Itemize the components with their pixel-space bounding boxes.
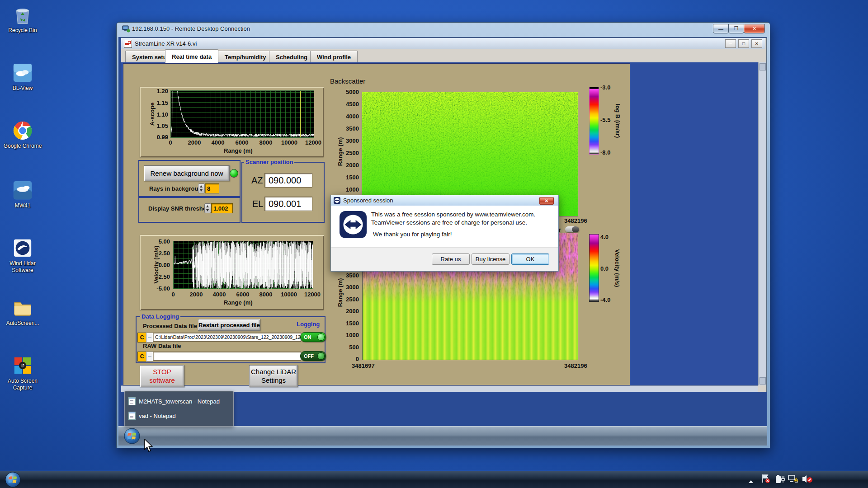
ascope-xlabel: Range (m) <box>224 147 253 154</box>
vm-ytick: 1500 <box>338 320 359 327</box>
ascope-ylabel: A-scope <box>149 98 156 131</box>
vm-ytick: 0 <box>338 356 359 362</box>
desktop-icon-recycle-bin[interactable]: Recycle Bin <box>2 5 43 34</box>
el-label: EL <box>252 199 263 209</box>
vm-ylabel: Range (m) <box>337 275 344 311</box>
raw-logging-toggle[interactable]: OFF <box>300 351 326 361</box>
bs-cbar-tick: -5.5 <box>600 117 610 123</box>
ascope-xtick: 4000 <box>208 139 228 146</box>
rays-value-field[interactable]: 8 <box>205 183 219 193</box>
bs-ytick: 1500 <box>335 174 359 181</box>
bs-ylabel: Range (m) <box>337 134 344 170</box>
processed-browse-button[interactable]: ᠁ <box>146 333 153 343</box>
raw-browse-button[interactable]: ᠁ <box>146 352 153 361</box>
velplot-xtick: 8000 <box>256 291 276 298</box>
dialog-close-button[interactable]: ✕ <box>539 197 554 205</box>
snr-value-field[interactable]: 1.002 <box>211 203 233 213</box>
ascope-plot <box>170 90 314 138</box>
dialog-text-line1: This was a free session sponsored by www… <box>371 211 535 218</box>
restart-processed-file-button[interactable]: Restart processed file <box>198 319 260 331</box>
renew-led-indicator <box>230 169 238 178</box>
ok-button[interactable]: OK <box>511 253 549 265</box>
bl-view-icon <box>12 62 33 83</box>
processed-path-field[interactable]: C:\Lidar\Data\Proc\2023\202309\20230909\… <box>153 333 301 342</box>
host-start-button[interactable] <box>5 471 21 488</box>
rdp-close-button[interactable]: ✕ <box>744 24 765 33</box>
host-tray-network-icon[interactable] <box>788 474 799 486</box>
host-tray-chevron[interactable] <box>748 477 754 485</box>
remote-start-button[interactable] <box>123 427 141 445</box>
ascope-xtick: 8000 <box>256 139 276 146</box>
dialog-title: Sponsored session <box>343 197 393 204</box>
host-tray-volume-muted-icon[interactable] <box>802 474 813 486</box>
ascope-xtick: 6000 <box>232 139 252 146</box>
desktop-icon-mw41[interactable]: MW41 <box>2 180 43 209</box>
vm-cbar-label: Velocity (m/s) <box>614 244 621 293</box>
az-label: AZ <box>251 175 263 186</box>
desktop-icon-google-chrome[interactable]: Google Chrome <box>2 120 43 150</box>
folder-icon <box>12 297 33 318</box>
host-tray-flag-icon[interactable] <box>761 474 770 486</box>
mouse-cursor <box>144 439 154 453</box>
host-tray-battery-icon[interactable] <box>774 474 785 486</box>
desktop-icon-auto-screen-capture[interactable]: Auto Screen Capture <box>2 355 43 391</box>
data-logging-title: Data Logging <box>140 313 180 320</box>
backscatter-colorbar <box>589 87 599 155</box>
velplot-xtick: 12000 <box>302 291 322 298</box>
vm-cbar-tick: 4.0 <box>600 234 609 240</box>
app-close-button[interactable]: ✕ <box>751 39 762 48</box>
dialog-body: This was a free session sponsored by www… <box>331 206 558 247</box>
desktop-icon-wind-lidar[interactable]: Wind Lidar Software <box>2 238 43 274</box>
rate-us-button[interactable]: Rate us <box>432 253 470 265</box>
popup-item-vad[interactable]: vad - Notepad <box>128 412 176 420</box>
snr-spinner[interactable] <box>204 203 211 213</box>
desktop-icon-autoscreen-folder[interactable]: AutoScreen... <box>2 297 43 327</box>
vm-x-left-label: 3481697 <box>352 362 375 369</box>
bs-ytick: 4000 <box>335 113 359 120</box>
stop-software-button[interactable]: STOPsoftware <box>140 365 184 387</box>
app-maximize-button[interactable]: □ <box>738 39 749 48</box>
rdp-minimize-button[interactable]: — <box>713 24 729 33</box>
chrome-icon <box>12 120 33 141</box>
el-value-field[interactable]: 090.001 <box>264 197 312 211</box>
rdp-window-icon <box>122 25 130 33</box>
velplot-xtick: 2000 <box>186 291 206 298</box>
raw-drive-button[interactable]: C <box>137 352 146 361</box>
change-lidar-settings-button[interactable]: Change LiDARSettings <box>249 365 298 387</box>
rdp-maximize-button[interactable]: ❒ <box>728 24 744 33</box>
remote-taskbar <box>118 426 767 446</box>
bs-cbar-tick: -3.0 <box>600 84 610 91</box>
dialog-titlebar[interactable]: Sponsored session ✕ <box>331 195 558 206</box>
velocity-colorbar <box>589 234 599 302</box>
az-value-field[interactable]: 090.000 <box>264 173 312 188</box>
tab-temp-humidity[interactable]: Temp/humidity <box>218 51 273 63</box>
tab-scheduling[interactable]: Scheduling <box>269 51 314 63</box>
renew-background-button[interactable]: Renew background now <box>144 165 230 181</box>
popup-item-m2hats[interactable]: M2HATS_towerscan - Notepad <box>128 397 220 405</box>
wind-lidar-icon <box>12 238 33 258</box>
vertical-scrollbar[interactable] <box>758 62 766 385</box>
logging-label: Logging <box>297 321 320 328</box>
teamviewer-logo <box>340 211 367 238</box>
notepad-icon <box>128 412 136 420</box>
desktop-icon-bl-view[interactable]: BL-View <box>2 62 43 92</box>
labview-vi-icon <box>124 40 132 48</box>
dialog-footer: Rate us Buy license OK <box>331 247 558 271</box>
screen: Recycle Bin BL-View Google Chrome MW41 <box>0 0 868 488</box>
tab-real-time-data[interactable]: Real time data <box>165 49 218 63</box>
vm-cbar-tick: 0.0 <box>600 265 609 272</box>
buy-license-button[interactable]: Buy license <box>472 253 509 265</box>
raw-data-file-label: RAW Data file <box>143 343 181 349</box>
notepad-icon <box>128 397 136 405</box>
rays-in-background-label: Rays in background <box>149 185 205 192</box>
bs-ytick: 5000 <box>335 89 359 95</box>
filter-toggle[interactable] <box>565 226 579 232</box>
processed-drive-button[interactable]: C <box>137 333 146 343</box>
bs-x-right-label: 3482196 <box>564 217 587 224</box>
bs-cbar-label: log B (/m/sr) <box>614 99 621 144</box>
rays-spinner[interactable] <box>198 183 205 193</box>
tab-wind-profile[interactable]: Wind profile <box>310 51 358 63</box>
raw-path-field[interactable] <box>153 352 301 361</box>
processed-logging-toggle[interactable]: ON <box>300 332 326 342</box>
app-minimize-button[interactable]: – <box>725 39 736 48</box>
